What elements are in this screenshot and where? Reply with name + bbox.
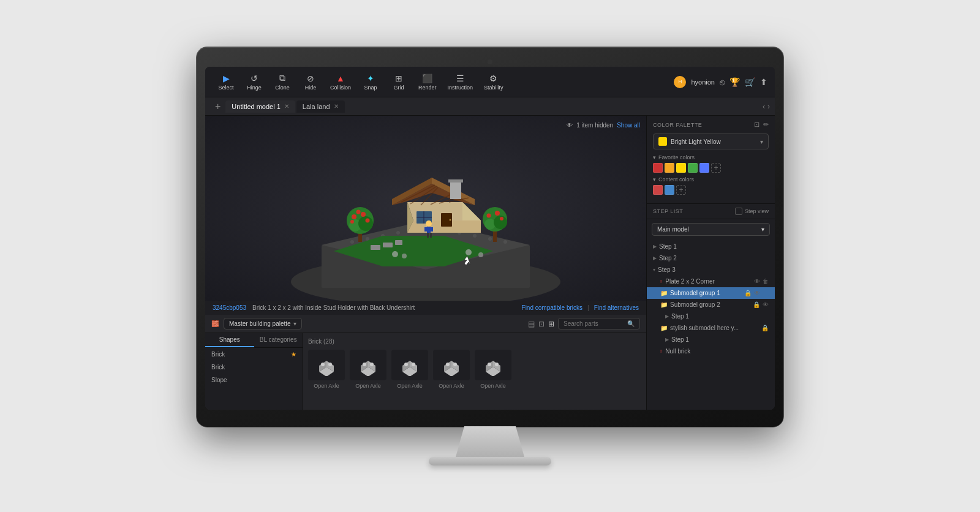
edit-colors-icon[interactable]: ✏ — [763, 121, 769, 129]
filter-colors-icon[interactable]: ⊡ — [754, 121, 760, 129]
info-separator: | — [587, 304, 589, 311]
part-item-0[interactable]: Open Axle — [308, 350, 345, 389]
fav-swatch-3[interactable] — [688, 163, 698, 173]
svg-point-81 — [412, 363, 415, 366]
part-browser-body: Shapes BL categories Brick ★ — [205, 333, 646, 410]
tool-stability[interactable]: ⚙ Stability — [479, 71, 508, 93]
cat-tab-shapes[interactable]: Shapes — [205, 333, 254, 347]
fav-swatch-4[interactable] — [699, 163, 709, 173]
tab-add-button[interactable]: + — [210, 101, 225, 112]
content-swatch-1[interactable] — [665, 185, 674, 195]
tool-hinge[interactable]: ↺ Hinge — [241, 71, 268, 93]
tool-collision-label: Collision — [330, 85, 351, 91]
tool-snap[interactable]: ✦ Snap — [357, 71, 384, 93]
tool-render[interactable]: ⬛ Render — [413, 71, 442, 93]
svg-rect-18 — [383, 243, 393, 247]
step-group-2[interactable]: ▶ Step 2 — [647, 252, 775, 264]
cart-icon[interactable]: 🛒 — [745, 77, 755, 87]
find-compatible-link[interactable]: Find compatible bricks — [522, 304, 582, 311]
step-group-1[interactable]: ▶ Step 1 — [647, 241, 775, 252]
svg-point-52 — [356, 210, 361, 214]
add-fav-color-button[interactable]: + — [711, 163, 721, 173]
step-view-toggle[interactable]: Step view — [735, 208, 769, 215]
tab-0-close[interactable]: ✕ — [284, 103, 289, 110]
content-colors-header[interactable]: ▾ Content colors — [653, 176, 769, 183]
search-input[interactable] — [564, 320, 625, 327]
step-item-plate[interactable]: ! Plate 2 x 2 Corner 👁 🗑 — [647, 276, 775, 287]
cat-item-1[interactable]: Brick — [205, 361, 303, 374]
step-2-label: Step 2 — [659, 255, 677, 262]
find-alternatives-link[interactable]: Find alternatives — [594, 304, 639, 311]
step-view-checkbox[interactable] — [735, 208, 742, 215]
content-swatch-0[interactable] — [653, 185, 663, 195]
hide-icon: ⊘ — [307, 73, 314, 83]
fav-swatch-1[interactable] — [665, 163, 674, 173]
part-item-3[interactable]: Open Axle — [433, 350, 470, 389]
tool-clone[interactable]: ⧉ Clone — [269, 70, 296, 93]
part-thumb-3 — [433, 350, 470, 380]
grid-view-icon[interactable]: ⊞ — [548, 320, 554, 328]
favorite-colors-group: ▾ Favorite colors + — [653, 154, 769, 173]
parts-grid: Brick (28) — [303, 333, 646, 410]
list-view-icon[interactable]: ▤ — [528, 320, 535, 328]
tab-1[interactable]: Lala land ✕ — [296, 100, 345, 113]
tab-1-label: Lala land — [303, 103, 330, 110]
tool-hide[interactable]: ⊘ Hide — [297, 71, 324, 93]
trash-icon-plate[interactable]: 🗑 — [763, 278, 769, 285]
trophy-icon[interactable]: 🏆 — [729, 77, 740, 87]
fav-swatch-0[interactable] — [653, 163, 663, 173]
lock-icon-submodel1[interactable]: 🔒 — [744, 290, 752, 296]
logout-icon[interactable]: ⎋ — [720, 77, 725, 87]
tab-prev[interactable]: ‹ — [763, 102, 765, 111]
step-group-3[interactable]: ▾ Step 3 — [647, 264, 775, 276]
svg-point-39 — [450, 219, 451, 221]
cat-item-0[interactable]: Brick ★ — [205, 348, 303, 361]
eye-icon-submodel2[interactable]: 👁 — [763, 301, 769, 308]
eye-icon-plate[interactable]: 👁 — [754, 278, 760, 285]
select-icon: ▶ — [223, 73, 230, 83]
svg-point-65 — [478, 252, 483, 257]
step-item-plate-icons: 👁 🗑 — [754, 278, 769, 285]
lock-icon-submodel2[interactable]: 🔒 — [753, 301, 760, 308]
tab-1-close[interactable]: ✕ — [334, 103, 339, 110]
step-item-submodel1[interactable]: 📁 Submodel group 1 🔒 👁 — [647, 287, 775, 299]
step-item-submodel2[interactable]: 📁 Submodel group 2 🔒 👁 — [647, 299, 775, 311]
part-item-1[interactable]: Open Axle — [350, 350, 386, 389]
color-select[interactable]: Bright Light Yellow ▾ — [653, 134, 769, 149]
step-item-stylish-label: stylish submodel here y... — [670, 325, 739, 331]
part-item-2[interactable]: Open Axle — [391, 350, 428, 389]
favorite-colors-header[interactable]: ▾ Favorite colors — [653, 154, 769, 160]
show-all-button[interactable]: Show all — [617, 122, 640, 129]
cat-tab-bl[interactable]: BL categories — [254, 333, 303, 347]
step-list-section: STEP LIST Step view Main model ▾ — [647, 204, 775, 410]
add-content-color-button[interactable]: + — [676, 185, 686, 195]
step-group-sub1[interactable]: ▶ Step 1 — [647, 311, 775, 322]
tool-instruction[interactable]: ☰ Instruction — [443, 71, 478, 93]
grid-icon: ⊞ — [395, 73, 402, 83]
hinge-icon: ↺ — [251, 73, 258, 83]
color-icon-submodel1[interactable] — [763, 290, 769, 296]
tool-select[interactable]: ▶ Select — [213, 71, 239, 93]
step-item-stylish[interactable]: 📁 stylish submodel here y... 🔒 — [647, 322, 775, 334]
tab-next[interactable]: › — [767, 102, 770, 111]
eye-icon-submodel1[interactable]: 👁 — [754, 290, 760, 296]
filter-icon[interactable]: ⊡ — [538, 320, 545, 328]
tool-grid[interactable]: ⊞ Grid — [385, 71, 412, 93]
model-select[interactable]: Main model ▾ — [652, 223, 770, 236]
lock-icon-stylish[interactable]: 🔒 — [761, 325, 769, 331]
part-item-4[interactable]: Open Axle — [475, 350, 511, 389]
step-item-plate-label: Plate 2 x 2 Corner — [665, 278, 715, 285]
upload-icon[interactable]: ⬆ — [760, 77, 767, 87]
svg-rect-42 — [424, 227, 427, 232]
palette-select[interactable]: Master building palette ▾ — [224, 318, 302, 329]
stability-icon: ⚙ — [489, 73, 497, 83]
svg-point-70 — [321, 363, 325, 366]
step-item-null[interactable]: ! Null brick — [647, 345, 775, 357]
tool-collision[interactable]: ▲ Collision — [325, 71, 356, 93]
tab-0[interactable]: Untitled model 1 ✕ — [225, 100, 295, 113]
viewport[interactable]: 👁 1 item hidden Show all — [205, 116, 646, 301]
step-group-sub2[interactable]: ▶ Step 1 — [647, 334, 775, 345]
selected-color-swatch — [658, 137, 667, 146]
fav-swatch-2[interactable] — [676, 163, 686, 173]
cat-item-2[interactable]: Slope — [205, 374, 303, 386]
